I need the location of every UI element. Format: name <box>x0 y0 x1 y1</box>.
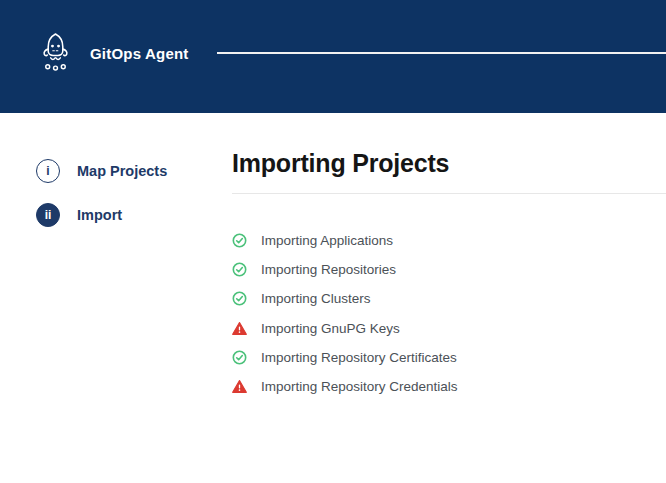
page-title: Importing Projects <box>232 147 449 180</box>
import-status-label: Importing Clusters <box>261 291 371 306</box>
import-status-row: Importing GnuPG Keys <box>232 314 458 343</box>
wizard-step-map-projects[interactable]: i Map Projects <box>36 159 167 183</box>
octopus-logo-icon <box>38 32 73 75</box>
import-status-row: Importing Repository Certificates <box>232 343 458 372</box>
wizard-steps-nav: i Map Projects ii Import <box>36 159 167 227</box>
brand-title: GitOps Agent <box>90 45 189 62</box>
warning-triangle-icon <box>232 379 247 394</box>
import-status-label: Importing Repositories <box>261 262 396 277</box>
import-status-label: Importing Applications <box>261 233 393 248</box>
import-status-label: Importing Repository Certificates <box>261 350 457 365</box>
warning-triangle-icon <box>232 321 247 336</box>
success-check-icon <box>232 262 247 277</box>
step-label: Map Projects <box>77 163 167 179</box>
success-check-icon <box>232 233 247 248</box>
header-divider-line <box>217 52 666 54</box>
import-status-row: Importing Applications <box>232 226 458 255</box>
step-number-badge: ii <box>36 203 60 227</box>
import-status-label: Importing GnuPG Keys <box>261 321 400 336</box>
success-check-icon <box>232 291 247 306</box>
import-status-row: Importing Clusters <box>232 284 458 313</box>
step-number-badge: i <box>36 159 60 183</box>
import-status-list: Importing Applications Importing Reposit… <box>232 226 458 401</box>
wizard-step-import[interactable]: ii Import <box>36 203 167 227</box>
import-status-row: Importing Repositories <box>232 255 458 284</box>
import-status-row: Importing Repository Credentials <box>232 372 458 401</box>
step-label: Import <box>77 207 122 223</box>
import-status-label: Importing Repository Credentials <box>261 379 458 394</box>
app-header: GitOps Agent <box>0 0 666 113</box>
title-divider-line <box>232 193 666 194</box>
app-window: GitOps Agent i Map Projects ii Import Im… <box>0 0 666 483</box>
success-check-icon <box>232 350 247 365</box>
